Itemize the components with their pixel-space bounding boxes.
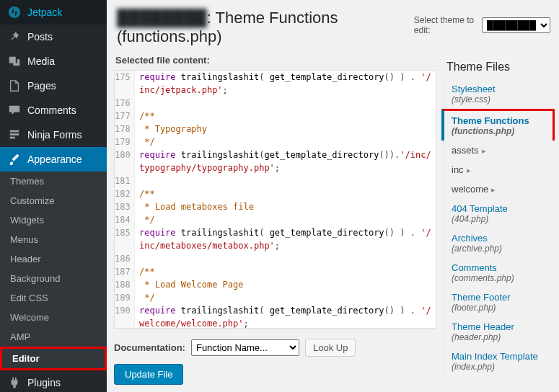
- svg-rect-1: [10, 130, 19, 133]
- code-line[interactable]: 187/**: [115, 265, 436, 278]
- code-line[interactable]: 189 */: [115, 291, 436, 304]
- sidebar-label: Media: [27, 55, 55, 67]
- line-number: 184: [115, 213, 135, 226]
- file-sub: (comments.php): [452, 273, 550, 283]
- code-text: require trailingslashit( get_template_di…: [135, 304, 436, 329]
- line-number: 186: [115, 252, 135, 265]
- code-line[interactable]: 188 * Load Welcome Page: [115, 278, 436, 291]
- file-item-welcome[interactable]: welcome: [444, 179, 555, 199]
- sidebar-item-jetpack[interactable]: Jetpack: [0, 0, 107, 24]
- code-line[interactable]: 190require trailingslashit( get_template…: [115, 304, 436, 329]
- page-header: ████████: Theme Functions (functions.php…: [114, 0, 559, 52]
- sidebar-item-media[interactable]: Media: [0, 49, 107, 74]
- documentation-label: Documentation:: [114, 342, 185, 353]
- file-sub: (header.php): [452, 332, 550, 342]
- code-editor[interactable]: 175require trailingslashit( get_template…: [114, 70, 436, 329]
- code-line[interactable]: 175require trailingslashit( get_template…: [115, 71, 436, 97]
- sidebar-sub-background[interactable]: Background: [0, 269, 107, 288]
- sidebar-sub-header[interactable]: Header: [0, 249, 107, 269]
- sidebar-item-pages[interactable]: Pages: [0, 74, 107, 98]
- sidebar-item-plugins[interactable]: Plugins: [0, 370, 107, 392]
- file-item-comments[interactable]: Comments(comments.php): [444, 258, 555, 288]
- code-text: * Load metaboxes file: [135, 200, 436, 213]
- code-line[interactable]: 186: [115, 252, 436, 265]
- page-icon: [7, 79, 22, 93]
- line-number: 177: [115, 110, 135, 122]
- line-number: 178: [115, 122, 135, 135]
- line-number: 189: [115, 291, 135, 304]
- line-number: 188: [115, 278, 135, 291]
- code-text: require trailingslashit( get_template_di…: [135, 226, 436, 252]
- pin-icon: [7, 30, 22, 44]
- line-number: 190: [115, 304, 135, 329]
- code-text: /**: [135, 265, 436, 278]
- sidebar-label: Posts: [27, 31, 53, 43]
- file-sub: (functions.php): [452, 126, 548, 136]
- lookup-button[interactable]: Look Up: [305, 339, 356, 357]
- code-text: require trailingslashit(get_template_dir…: [135, 148, 436, 174]
- file-item-404-template[interactable]: 404 Template(404.php): [444, 199, 555, 228]
- file-item-archives[interactable]: Archives(archive.php): [444, 228, 555, 258]
- sidebar-label: Appearance: [27, 153, 82, 165]
- code-line[interactable]: 181: [115, 174, 436, 187]
- function-name-select[interactable]: Function Name...: [191, 339, 299, 356]
- file-sub: (style.css): [452, 94, 550, 104]
- theme-select-group: Select theme to edit: ████████: [414, 15, 550, 35]
- update-file-button[interactable]: Update File: [114, 364, 183, 385]
- sidebar-label: Jetpack: [27, 6, 62, 18]
- code-text: * Load Welcome Page: [135, 278, 436, 291]
- code-line[interactable]: 185require trailingslashit( get_template…: [115, 226, 436, 252]
- forms-icon: [7, 128, 22, 142]
- file-item-theme-header[interactable]: Theme Header(header.php): [444, 317, 555, 347]
- media-icon: [7, 54, 22, 68]
- sidebar-sub-themes[interactable]: Themes: [0, 172, 107, 191]
- code-line[interactable]: 179 */: [115, 135, 436, 148]
- svg-point-0: [9, 6, 20, 18]
- line-number: 182: [115, 187, 135, 200]
- line-number: 185: [115, 226, 135, 252]
- code-text: /**: [135, 110, 436, 122]
- sidebar-label: Plugins: [27, 377, 61, 388]
- file-item-theme-functions[interactable]: Theme Functions(functions.php): [441, 109, 555, 141]
- code-text: [135, 174, 436, 187]
- file-sub: (archive.php): [452, 244, 550, 254]
- code-line[interactable]: 177/**: [115, 110, 436, 122]
- file-item-inc[interactable]: inc: [444, 160, 555, 179]
- sidebar-sub-customize[interactable]: Customize: [0, 191, 107, 210]
- sidebar-item-ninja-forms[interactable]: Ninja Forms: [0, 122, 107, 147]
- admin-sidebar: JetpackPostsMediaPagesCommentsNinja Form…: [0, 0, 107, 392]
- sidebar-sub-edit-css[interactable]: Edit CSS: [0, 288, 107, 308]
- code-line[interactable]: 184 */: [115, 213, 436, 226]
- page-title: ████████: Theme Functions (functions.php…: [117, 9, 414, 46]
- code-line[interactable]: 182/**: [115, 187, 436, 200]
- theme-select[interactable]: ████████: [482, 17, 550, 33]
- sidebar-item-appearance[interactable]: Appearance: [0, 147, 107, 172]
- sidebar-sub-amp[interactable]: AMP: [0, 327, 107, 347]
- sidebar-sub-welcome[interactable]: Welcome: [0, 308, 107, 327]
- sidebar-item-comments[interactable]: Comments: [0, 98, 107, 122]
- file-item-assets[interactable]: assets: [444, 141, 555, 160]
- file-item-theme-footer[interactable]: Theme Footer(footer.php): [444, 288, 555, 317]
- code-text: [135, 252, 436, 265]
- file-item-main-index-template[interactable]: Main Index Template(index.php): [444, 347, 555, 376]
- line-number: 187: [115, 265, 135, 278]
- brush-icon: [7, 152, 22, 166]
- code-line[interactable]: 180require trailingslashit(get_template_…: [115, 148, 436, 174]
- sidebar-label: Comments: [27, 104, 76, 116]
- code-text: */: [135, 135, 436, 148]
- selected-file-label: Selected file content:: [115, 55, 436, 66]
- code-text: * Typography: [135, 122, 436, 135]
- code-line[interactable]: 176: [115, 97, 436, 110]
- sidebar-sub-menus[interactable]: Menus: [0, 230, 107, 249]
- sidebar-item-posts[interactable]: Posts: [0, 24, 107, 49]
- sidebar-sub-editor[interactable]: Editor: [0, 347, 107, 370]
- line-number: 180: [115, 148, 135, 174]
- file-item-stylesheet[interactable]: Stylesheet(style.css): [444, 79, 555, 109]
- code-text: /**: [135, 187, 436, 200]
- line-number: 176: [115, 97, 135, 110]
- code-line[interactable]: 178 * Typography: [115, 122, 436, 135]
- theme-files-title: Theme Files: [446, 61, 555, 74]
- sidebar-sub-widgets[interactable]: Widgets: [0, 210, 107, 230]
- svg-rect-2: [10, 133, 19, 135]
- code-line[interactable]: 183 * Load metaboxes file: [115, 200, 436, 213]
